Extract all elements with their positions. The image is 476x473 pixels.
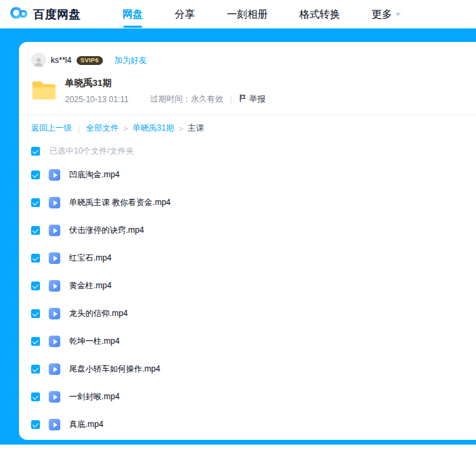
file-row[interactable]: 龙头的信仰.mp4	[19, 300, 476, 328]
report-button[interactable]: 举报	[239, 93, 265, 105]
sharer-info-row: ks**l4 SVIP6 加为好友	[19, 53, 476, 68]
nav-more[interactable]: 更多	[372, 0, 401, 28]
select-all-checkbox[interactable]	[31, 147, 40, 156]
add-friend-link[interactable]: 加为好友	[114, 55, 147, 66]
selection-bar: 已选中10个文件/文件夹	[19, 141, 476, 161]
app-logo[interactable]: 百度网盘	[9, 5, 81, 24]
file-row[interactable]: 尾盘小轿车如何操作.mp4	[19, 355, 476, 383]
app-title: 百度网盘	[33, 7, 81, 22]
file-name[interactable]: 凹底淘金.mp4	[69, 169, 120, 181]
file-row[interactable]: 黄金柱.mp4	[19, 272, 476, 300]
file-name[interactable]: 伏击涨停的诀窍.mp4	[69, 225, 144, 236]
file-name[interactable]: 黄金柱.mp4	[69, 280, 112, 292]
file-row[interactable]: 伏击涨停的诀窍.mp4	[19, 217, 476, 244]
report-flag-icon	[239, 94, 246, 104]
breadcrumb: 返回上一级 | 全部文件 > 单晓禹31期 > 主课	[19, 115, 476, 141]
row-checkbox[interactable]	[31, 365, 40, 374]
nav-format-convert-label: 格式转换	[299, 8, 340, 21]
video-file-icon	[49, 419, 60, 430]
row-checkbox[interactable]	[31, 337, 40, 346]
breadcrumb-arrow-icon: >	[179, 125, 183, 133]
file-name[interactable]: 红宝石.mp4	[69, 252, 112, 264]
file-name[interactable]: 尾盘小轿车如何操作.mp4	[69, 363, 160, 375]
row-checkbox[interactable]	[31, 309, 40, 318]
video-file-icon	[49, 336, 60, 347]
breadcrumb-back-link[interactable]: 返回上一级	[31, 122, 72, 134]
row-checkbox[interactable]	[31, 198, 40, 207]
file-row[interactable]: 单晓禹主课 教你看资金.mp4	[19, 189, 476, 217]
share-timestamp: 2025-10-13 01:11	[65, 95, 129, 104]
share-content-card: ks**l4 SVIP6 加为好友 单晓禹31期 2025-10-13 01:1…	[19, 42, 476, 440]
folder-meta: 2025-10-13 01:11 过期时间：永久有效 | 举报	[65, 93, 265, 105]
nav-share-label: 分享	[175, 8, 195, 21]
breadcrumb-current: 主课	[188, 122, 204, 134]
file-name[interactable]: 龙头的信仰.mp4	[69, 308, 128, 319]
sharer-username: ks**l4	[51, 55, 72, 65]
folder-texts: 单晓禹31期 2025-10-13 01:11 过期时间：永久有效 | 举报	[65, 77, 265, 105]
nav-more-label: 更多	[372, 8, 392, 21]
video-file-icon	[49, 280, 60, 292]
nav-format-convert[interactable]: 格式转换	[299, 0, 340, 28]
shared-folder-header: 单晓禹31期 2025-10-13 01:11 过期时间：永久有效 | 举报	[19, 77, 476, 115]
video-file-icon	[49, 308, 60, 319]
nav-netdisk[interactable]: 网盘	[123, 0, 143, 28]
file-row[interactable]: 红宝石.mp4	[19, 244, 476, 272]
main-nav: 网盘 分享 一刻相册 格式转换 更多	[123, 0, 401, 28]
nav-netdisk-label: 网盘	[123, 8, 143, 21]
expire-text: 过期时间：永久有效	[150, 93, 223, 105]
baidu-netdisk-logo-icon	[9, 5, 28, 24]
nav-share[interactable]: 分享	[175, 0, 195, 28]
svip-badge: SVIP6	[77, 56, 103, 65]
file-name[interactable]: 乾坤一柱.mp4	[69, 336, 120, 347]
meta-separator: |	[230, 95, 232, 104]
video-file-icon	[49, 169, 60, 181]
file-name[interactable]: 一剑封喉.mp4	[69, 391, 120, 403]
file-name[interactable]: 真底.mp4	[69, 419, 104, 430]
file-row[interactable]: 凹底淘金.mp4	[19, 161, 476, 189]
file-row[interactable]: 乾坤一柱.mp4	[19, 328, 476, 355]
breadcrumb-all-files[interactable]: 全部文件	[86, 122, 118, 134]
selection-count-text: 已选中10个文件/文件夹	[49, 145, 134, 157]
row-checkbox[interactable]	[31, 420, 40, 429]
video-file-icon	[49, 363, 60, 375]
nav-album[interactable]: 一刻相册	[227, 0, 267, 28]
row-checkbox[interactable]	[31, 226, 40, 235]
file-name[interactable]: 单晓禹主课 教你看资金.mp4	[69, 197, 171, 208]
row-checkbox[interactable]	[31, 392, 40, 401]
breadcrumb-folder[interactable]: 单晓禹31期	[133, 122, 174, 134]
breadcrumb-arrow-icon: >	[123, 125, 127, 133]
video-file-icon	[49, 391, 60, 403]
nav-album-label: 一刻相册	[227, 8, 267, 21]
video-file-icon	[49, 225, 60, 236]
sharer-avatar	[31, 53, 46, 68]
report-label: 举报	[249, 93, 265, 105]
row-checkbox[interactable]	[31, 171, 40, 179]
row-checkbox[interactable]	[31, 281, 40, 290]
folder-icon	[31, 79, 57, 104]
file-list: 凹底淘金.mp4 单晓禹主课 教你看资金.mp4 伏击涨停的诀窍.mp4 红宝石…	[19, 161, 476, 438]
breadcrumb-pipe: |	[78, 124, 80, 133]
file-row[interactable]: 真底.mp4	[19, 411, 476, 438]
video-file-icon	[49, 197, 60, 208]
top-navigation-bar: 百度网盘 网盘 分享 一刻相册 格式转换 更多	[0, 0, 476, 28]
row-checkbox[interactable]	[31, 254, 40, 263]
file-row[interactable]: 一剑封喉.mp4	[19, 383, 476, 411]
folder-title: 单晓禹31期	[65, 77, 265, 89]
video-file-icon	[49, 252, 60, 264]
chevron-down-icon	[395, 13, 401, 16]
share-page-background: ks**l4 SVIP6 加为好友 单晓禹31期 2025-10-13 01:1…	[0, 28, 476, 445]
